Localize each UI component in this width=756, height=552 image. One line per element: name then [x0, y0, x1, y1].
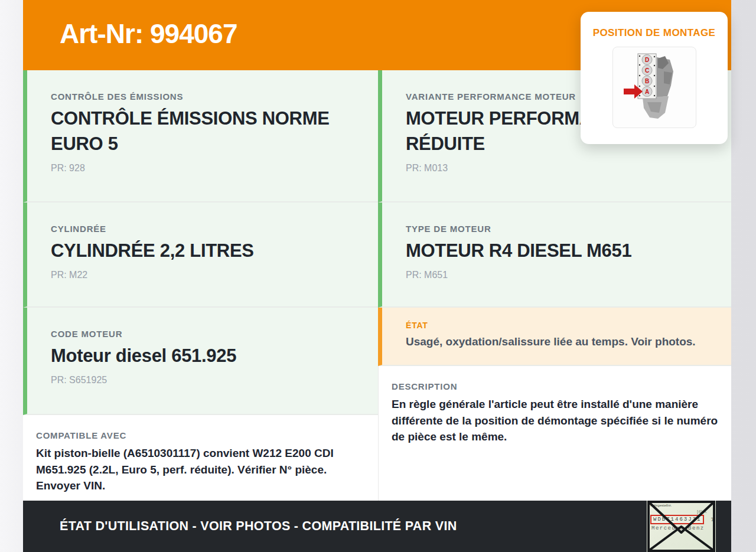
- card-cylindree: CYLINDRÉE CYLINDRÉE 2,2 LITRES PR: M22: [23, 202, 378, 308]
- card-emissions-title: CONTRÔLE ÉMISSIONS NORME EURO 5: [51, 106, 349, 157]
- position-card-title: POSITION DE MONTAGE: [581, 27, 728, 39]
- card-compatible-text: Kit piston-bielle (A6510301117) convient…: [36, 445, 366, 494]
- engine-diagram: D C B A: [621, 51, 687, 123]
- card-etat-label: ÉTAT: [406, 321, 721, 330]
- card-description-label: DESCRIPTION: [392, 381, 721, 391]
- card-cylindree-pr: PR: M22: [51, 270, 367, 280]
- card-cylindree-title: CYLINDRÉE 2,2 LITRES: [51, 239, 349, 264]
- card-type-moteur-title: MOTEUR R4 DIESEL M651: [406, 239, 704, 264]
- engine-position-image: D C B A: [612, 47, 696, 128]
- left-column: CONTRÔLE DES ÉMISSIONS CONTRÔLE ÉMISSION…: [23, 70, 378, 501]
- article-number: Art-Nr: 994067: [60, 18, 237, 50]
- envelope-icon: [647, 501, 716, 552]
- card-code-moteur-title: Moteur diesel 651.925: [51, 344, 349, 369]
- listing-content: Art-Nr: 994067 CONTRÔLE DES ÉMISSIONS CO…: [23, 0, 731, 552]
- card-type-moteur-label: TYPE DE MOTEUR: [406, 224, 721, 234]
- card-code-moteur: CODE MOTEUR Moteur diesel 651.925 PR: S6…: [23, 308, 378, 415]
- card-description-text: En règle générale l'article peut être in…: [392, 396, 721, 445]
- card-type-moteur-pr: PR: M651: [406, 270, 721, 280]
- card-compatible-label: COMPATIBLE AVEC: [36, 430, 367, 440]
- card-type-moteur: TYPE DE MOTEUR MOTEUR R4 DIESEL M651 PR:…: [378, 202, 731, 308]
- position-de-montage-card: POSITION DE MONTAGE: [581, 12, 728, 144]
- card-emissions-pr: PR: 928: [51, 163, 367, 174]
- card-cylindree-label: CYLINDRÉE: [51, 224, 367, 234]
- vin-document-image: Fahrgestellnr. [4] A WDB71463J31 7 Merce…: [647, 501, 716, 552]
- card-code-moteur-label: CODE MOTEUR: [51, 329, 367, 339]
- card-code-moteur-pr: PR: S651925: [51, 375, 367, 386]
- cylinder-label-b: B: [644, 78, 649, 84]
- footer-text: ÉTAT D'UTILISATION - VOIR PHOTOS - COMPA…: [60, 519, 457, 534]
- card-emissions: CONTRÔLE DES ÉMISSIONS CONTRÔLE ÉMISSION…: [23, 70, 378, 202]
- card-emissions-label: CONTRÔLE DES ÉMISSIONS: [51, 92, 367, 102]
- cylinder-label-c: C: [644, 67, 649, 74]
- card-etat: ÉTAT Usagé, oxydation/salissure liée au …: [378, 308, 731, 366]
- card-description: DESCRIPTION En règle générale l'article …: [378, 366, 731, 501]
- footer-bar: ÉTAT D'UTILISATION - VOIR PHOTOS - COMPA…: [23, 501, 731, 552]
- card-etat-text: Usagé, oxydation/salissure liée au temps…: [406, 335, 721, 348]
- card-compatible: COMPATIBLE AVEC Kit piston-bielle (A6510…: [23, 415, 378, 501]
- cylinder-label-d: D: [644, 57, 649, 63]
- cylinder-label-a: A: [644, 89, 649, 95]
- card-variante-pr: PR: M013: [406, 163, 721, 174]
